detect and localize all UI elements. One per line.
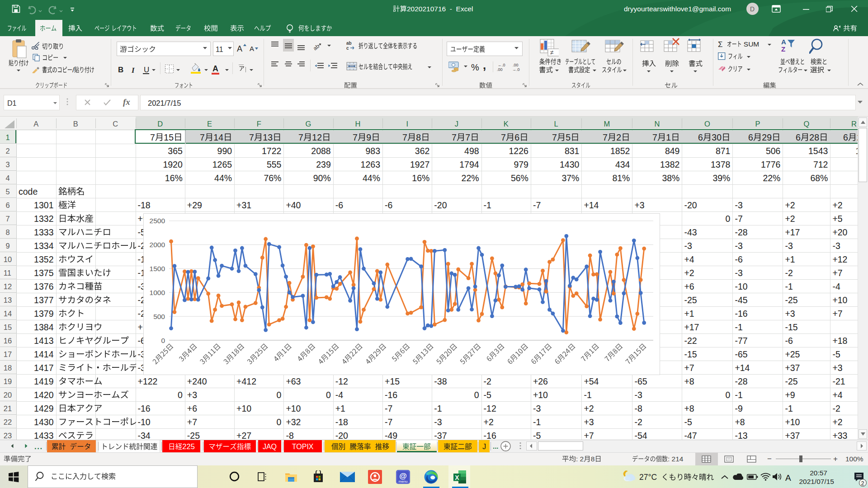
svg-text:9: 9: [367, 132, 372, 142]
svg-text:menu: menu: [398, 479, 407, 483]
svg-text:SUM: SUM: [742, 40, 760, 48]
svg-text:12: 12: [312, 132, 322, 142]
svg-text:←.0: ←.0: [498, 63, 505, 67]
svg-text:2500: 2500: [150, 217, 165, 225]
svg-text:5: 5: [566, 132, 571, 142]
svg-text:2020210716 - Excel: 2020210716 - Excel: [407, 5, 473, 13]
svg-text:28: 28: [809, 132, 819, 142]
svg-text:15: 15: [164, 132, 174, 142]
svg-text:8: 8: [591, 455, 595, 463]
svg-text:.00: .00: [513, 63, 519, 67]
svg-text:7: 7: [200, 132, 205, 142]
svg-text:1000: 1000: [150, 289, 165, 296]
svg-text:ab: ab: [313, 43, 321, 51]
svg-text:J: J: [482, 442, 486, 450]
svg-text:≠: ≠: [550, 49, 554, 56]
svg-text:6: 6: [796, 132, 801, 142]
svg-text:7: 7: [452, 132, 457, 142]
svg-text:7: 7: [465, 132, 470, 142]
svg-text:0: 0: [161, 337, 165, 344]
svg-text:6: 6: [843, 132, 848, 142]
svg-text:7: 7: [603, 132, 608, 142]
svg-text:c: c: [346, 46, 349, 51]
svg-text:7: 7: [501, 132, 506, 142]
svg-text:7: 7: [402, 132, 407, 142]
svg-text:7: 7: [353, 132, 358, 142]
svg-text:500: 500: [153, 313, 165, 320]
svg-text:8: 8: [416, 132, 421, 142]
svg-text:225: 225: [182, 442, 195, 450]
svg-text:7: 7: [150, 132, 155, 142]
svg-text:/: /: [72, 66, 75, 74]
svg-text:A: A: [781, 38, 786, 46]
svg-text:.00: .00: [497, 67, 503, 71]
svg-text:7: 7: [552, 132, 557, 142]
svg-text:29: 29: [762, 132, 772, 142]
svg-text:30: 30: [712, 132, 722, 142]
svg-text:: 2: : 2: [576, 455, 584, 463]
svg-text:Z: Z: [781, 45, 785, 53]
svg-text:1500: 1500: [150, 265, 165, 272]
svg-text:13: 13: [263, 132, 273, 142]
svg-text:ab: ab: [346, 41, 352, 46]
svg-text:: 214: : 214: [668, 455, 684, 463]
svg-text:Σ: Σ: [718, 40, 723, 49]
svg-text:X: X: [455, 474, 459, 481]
svg-text:6: 6: [748, 132, 753, 142]
svg-text:2000: 2000: [150, 241, 165, 249]
svg-text:6: 6: [514, 132, 519, 142]
svg-text:7: 7: [249, 132, 254, 142]
svg-text:27°C: 27°C: [639, 473, 661, 482]
svg-text:2: 2: [616, 132, 621, 142]
svg-text:7: 7: [652, 132, 657, 142]
svg-text:14: 14: [213, 132, 223, 142]
svg-text:→.0: →.0: [512, 67, 520, 71]
svg-text:6: 6: [698, 132, 703, 142]
svg-text:7: 7: [298, 132, 303, 142]
svg-text:1: 1: [666, 132, 671, 142]
